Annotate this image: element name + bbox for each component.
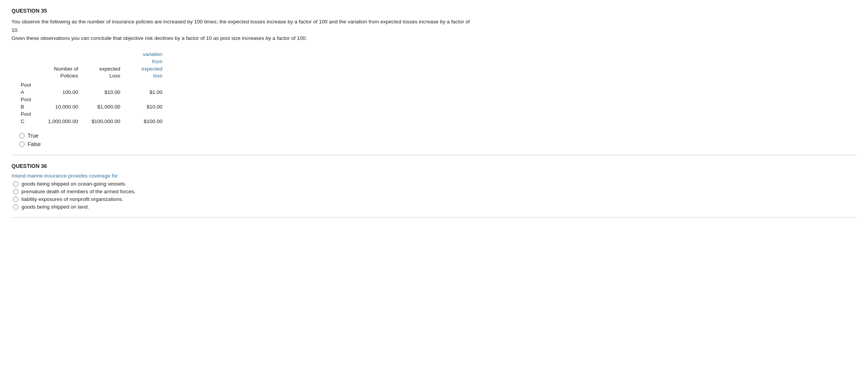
col-expected-loss-header: expected Loss (84, 49, 126, 82)
q35-option-false-label: False (28, 141, 41, 147)
section-divider-1 (11, 155, 857, 155)
radio-q36-2-icon (13, 189, 18, 194)
pool-b-variation: $10.00 (126, 103, 169, 110)
q36-option-2[interactable]: premature death of members of the armed … (13, 189, 857, 194)
question-36: QUESTION 36 Inland marine insurance prov… (11, 163, 857, 210)
q35-option-true-label: True (28, 133, 38, 139)
radio-q36-3-icon (13, 197, 18, 202)
q36-option-4[interactable]: goods being shipped on land. (13, 204, 857, 210)
q36-option-1[interactable]: goods being shipped on ocean-going vesse… (13, 181, 857, 187)
pool-b-letter: B (19, 103, 42, 110)
radio-q36-4-icon (13, 204, 18, 210)
q36-option-2-label: premature death of members of the armed … (21, 189, 136, 194)
col-empty (19, 49, 42, 82)
pool-b-policies: 10,000.00 (42, 103, 84, 110)
col-variation-header: variation from expected loss (126, 49, 169, 82)
section-divider-2 (11, 217, 857, 218)
radio-q36-1-icon (13, 181, 18, 187)
q36-option-3-label: liability exposures of nonprofit organiz… (21, 196, 123, 202)
q35-text-line1: You observe the following as the number … (11, 19, 470, 33)
q36-option-4-label: goods being shipped on land. (21, 204, 89, 210)
pool-b-expected-loss: $1,000.00 (84, 103, 126, 110)
q35-table: Number of Policies expected Loss variati… (19, 49, 169, 125)
pool-a-expected-loss: $10.00 (84, 89, 126, 96)
q36-options-container: goods being shipped on ocean-going vesse… (13, 181, 857, 210)
pool-b-label-row: Pool (19, 96, 169, 103)
radio-false-icon (19, 141, 25, 147)
pool-c-letter: C (19, 118, 42, 125)
q35-text: You observe the following as the number … (11, 18, 471, 43)
pool-b-data-row: B 10,000.00 $1,000.00 $10.00 (19, 103, 169, 110)
radio-true-icon (19, 133, 25, 138)
q35-option-false[interactable]: False (19, 141, 857, 147)
q36-option-1-label: goods being shipped on ocean-going vesse… (21, 181, 126, 187)
pool-b-label: Pool (19, 96, 42, 103)
q36-intro: Inland marine insurance provides coverag… (11, 173, 857, 179)
pool-a-label-row: Pool (19, 81, 169, 89)
pool-a-variation: $1.00 (126, 89, 169, 96)
pool-c-variation: $100.00 (126, 118, 169, 125)
pool-c-label: Pool (19, 110, 42, 118)
pool-a-letter: A (19, 89, 42, 96)
pool-a-data-row: A 100.00 $10.00 $1.00 (19, 89, 169, 96)
pool-c-expected-loss: $100,000.00 (84, 118, 126, 125)
q35-options: True False (19, 133, 857, 147)
pool-a-policies: 100.00 (42, 89, 84, 96)
q36-title: QUESTION 36 (11, 163, 857, 169)
pool-c-policies: 1,000,000.00 (42, 118, 84, 125)
col-num-policies-header: Number of Policies (42, 49, 84, 82)
pool-c-label-row: Pool (19, 110, 169, 118)
pool-c-data-row: C 1,000,000.00 $100,000.00 $100.00 (19, 118, 169, 125)
q35-table-container: Number of Policies expected Loss variati… (19, 49, 857, 125)
pool-a-label: Pool (19, 81, 42, 89)
q35-option-true[interactable]: True (19, 133, 857, 139)
q35-text-line2: Given these observations you can conclud… (11, 35, 307, 41)
q35-title: QUESTION 35 (11, 8, 857, 14)
question-35: QUESTION 35 You observe the following as… (11, 8, 857, 147)
q36-option-3[interactable]: liability exposures of nonprofit organiz… (13, 196, 857, 202)
